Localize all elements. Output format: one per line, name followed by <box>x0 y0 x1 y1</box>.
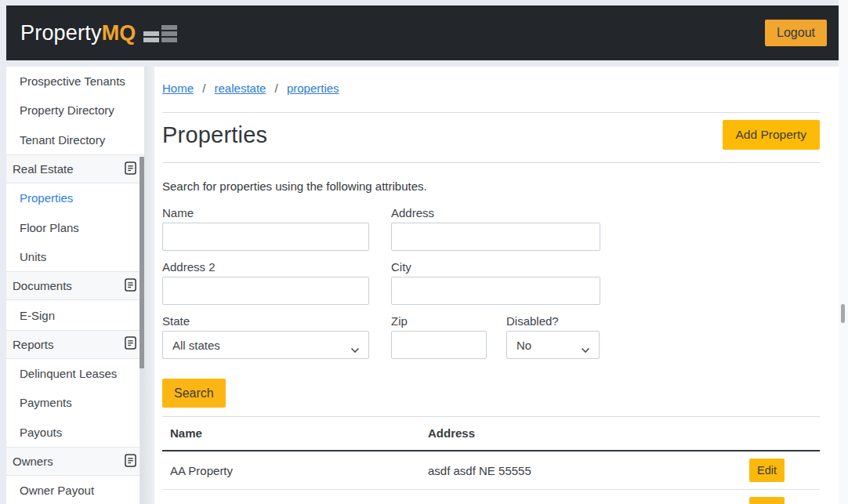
breadcrumb-separator: / <box>275 82 278 95</box>
file-text-icon <box>125 454 136 470</box>
zip-label: Zip <box>391 314 487 328</box>
file-text-icon <box>125 161 136 177</box>
divider <box>162 162 820 163</box>
app-viewport: PropertyMQ Logout Prospective Tenants Pr <box>0 0 848 504</box>
edit-button[interactable]: Edit <box>749 459 785 482</box>
breadcrumb-separator: / <box>202 82 205 95</box>
breadcrumb: Home / realestate / properties <box>162 82 820 95</box>
sidebar-section-reports[interactable]: Reports <box>6 330 144 359</box>
sidebar: Prospective Tenants Property Directory T… <box>6 67 144 504</box>
sidebar-item-properties[interactable]: Properties <box>6 183 144 212</box>
sidebar-item-tenant-directory[interactable]: Tenant Directory <box>6 125 144 154</box>
top-header: PropertyMQ Logout <box>6 5 839 60</box>
address2-field[interactable] <box>162 277 369 305</box>
table-header-address: Address <box>420 417 716 451</box>
state-label: State <box>162 314 369 328</box>
intro-text: Search for properties using the followin… <box>162 179 820 193</box>
sidebar-section-real-estate[interactable]: Real Estate <box>6 154 144 183</box>
sidebar-item-delinquent-leases[interactable]: Delinquent Leases <box>6 359 144 388</box>
page-scrollbar[interactable] <box>839 0 848 504</box>
sidebar-item-property-directory[interactable]: Property Directory <box>6 96 144 125</box>
chevron-down-icon <box>350 343 360 356</box>
sidebar-scrollbar-thumb[interactable] <box>140 157 144 368</box>
sidebar-item-e-sign[interactable]: E-Sign <box>6 300 144 329</box>
table-row: AZ Property asdf asdf NE 55555 Edit <box>162 490 820 504</box>
breadcrumb-link-home[interactable]: Home <box>162 82 194 95</box>
city-label: City <box>391 260 600 274</box>
address-field[interactable] <box>391 223 600 251</box>
search-button[interactable]: Search <box>162 379 226 408</box>
breadcrumb-link-properties[interactable]: properties <box>287 82 339 95</box>
city-field[interactable] <box>391 277 600 305</box>
add-property-button[interactable]: Add Property <box>723 120 820 150</box>
chevron-down-icon <box>581 343 590 356</box>
name-label: Name <box>162 206 369 219</box>
divider <box>162 112 820 113</box>
search-form: Name Address Address 2 City <box>162 206 820 359</box>
sidebar-item-floor-plans[interactable]: Floor Plans <box>6 212 144 241</box>
sidebar-item-prospective-tenants[interactable]: Prospective Tenants <box>6 67 144 96</box>
properties-table: Name Address AA Property asdf asdf NE 55… <box>162 416 820 504</box>
page-scrollbar-thumb[interactable] <box>841 304 845 323</box>
logo-bars-icon <box>143 25 179 45</box>
file-text-icon <box>125 278 136 294</box>
address2-label: Address 2 <box>162 260 369 274</box>
sidebar-item-payouts[interactable]: Payouts <box>6 418 144 447</box>
file-text-icon <box>125 336 136 352</box>
sidebar-item-units[interactable]: Units <box>6 242 144 271</box>
page-title: Properties <box>162 122 267 148</box>
sidebar-main-divider <box>144 67 154 504</box>
breadcrumb-link-realestate[interactable]: realestate <box>215 82 266 95</box>
address-label: Address <box>391 206 600 219</box>
state-select[interactable]: All states <box>162 331 369 359</box>
disabled-select[interactable]: No <box>506 331 600 359</box>
brand-name: PropertyMQ <box>20 21 136 45</box>
disabled-label: Disabled? <box>506 314 600 328</box>
sidebar-item-owner-payout[interactable]: Owner Payout <box>6 476 144 504</box>
brand-logo[interactable]: PropertyMQ <box>20 20 179 45</box>
zip-field[interactable] <box>391 331 487 359</box>
logout-button[interactable]: Logout <box>765 20 827 46</box>
property-address-cell: asdf asdf NE 55555 <box>420 451 716 490</box>
property-name-cell: AA Property <box>162 451 420 490</box>
property-address-cell: asdf asdf NE 55555 <box>420 490 716 504</box>
main-content: Home / realestate / properties Propertie… <box>154 67 839 504</box>
table-header-actions <box>716 417 820 451</box>
name-field[interactable] <box>162 223 369 251</box>
sidebar-section-owners[interactable]: Owners <box>6 447 144 476</box>
table-header-name: Name <box>162 417 420 451</box>
sidebar-section-documents[interactable]: Documents <box>6 271 144 300</box>
property-name-cell: AZ Property <box>162 490 420 504</box>
sidebar-item-payments[interactable]: Payments <box>6 388 144 417</box>
edit-button[interactable]: Edit <box>749 497 785 504</box>
table-row: AA Property asdf asdf NE 55555 Edit <box>162 451 820 490</box>
